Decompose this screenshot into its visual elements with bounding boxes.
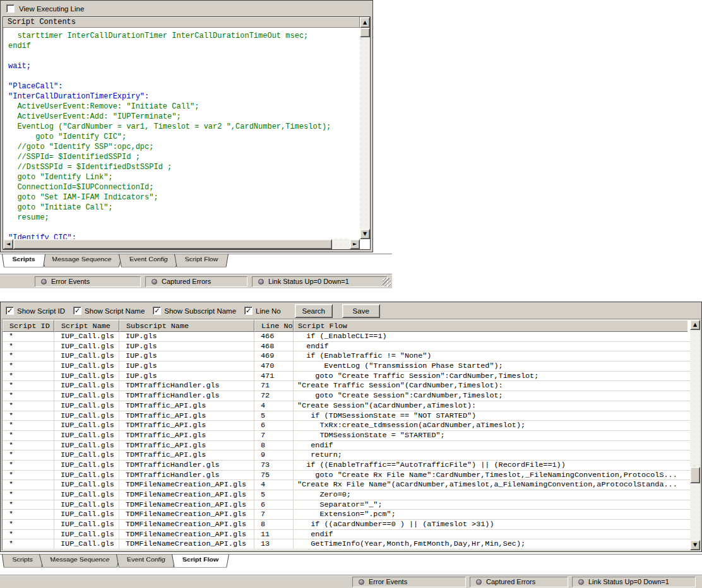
- cell: *: [3, 362, 54, 371]
- bottom-status-bar: Error EventsCaptured ErrorsLink Status U…: [0, 575, 702, 588]
- scroll-right-icon[interactable]: ►: [350, 239, 360, 249]
- cell: endif: [294, 441, 687, 450]
- scroll-down-icon[interactable]: ▼: [690, 540, 700, 550]
- cell: 466: [254, 332, 294, 341]
- scroll-down-icon[interactable]: ▼: [360, 229, 370, 239]
- cell: TDMTrafficHandler.gls: [119, 461, 254, 470]
- table-row[interactable]: *IUP_Call.glsTDMFileNameCreation_API.gls…: [3, 480, 690, 490]
- tab-scripts[interactable]: Scripts: [2, 555, 44, 568]
- column-header-script-name[interactable]: Script Name: [54, 320, 119, 332]
- scroll-left-icon[interactable]: ◄: [3, 239, 13, 249]
- cell: IUP_Call.gls: [54, 342, 119, 351]
- cell: 13: [254, 539, 294, 549]
- column-header-script-id[interactable]: Script ID: [3, 320, 54, 332]
- scroll-thumb[interactable]: [13, 239, 332, 249]
- filter-label: Show Script Name: [85, 307, 145, 315]
- table-row[interactable]: *IUP_Call.glsTDMTrafficHandler.gls71"Cre…: [3, 381, 690, 391]
- table-row[interactable]: *IUP_Call.glsTDMTraffic_API.gls6 TxRx:cr…: [3, 421, 690, 431]
- cell: IUP_Call.gls: [54, 362, 119, 371]
- filter-show-script-id[interactable]: ✓Show Script ID: [6, 307, 65, 315]
- table-row[interactable]: *IUP_Call.glsTDMTraffic_API.gls4"Create …: [3, 401, 690, 411]
- status-led-icon: [258, 279, 264, 285]
- tab-event-config[interactable]: Event Config: [119, 254, 179, 268]
- scroll-up-icon[interactable]: ▲: [360, 17, 370, 28]
- status-panel-captured-errors: Captured Errors: [470, 577, 568, 587]
- view-executing-line-label: View Executing Line: [19, 5, 84, 13]
- tab-message-sequence[interactable]: Message Sequence: [39, 555, 121, 568]
- cell: 11: [254, 530, 294, 539]
- tab-scripts[interactable]: Scripts: [2, 254, 45, 268]
- filter-show-script-name[interactable]: ✓Show Script Name: [73, 307, 145, 315]
- down-arrow-icon: ▼: [363, 232, 367, 237]
- filter-show-subscript-name[interactable]: ✓Show Subscript Name: [153, 307, 236, 315]
- column-header-subscript-name[interactable]: Subscript Name: [119, 320, 254, 332]
- table-row[interactable]: *IUP_Call.glsTDMFileNameCreation_API.gls…: [3, 500, 690, 510]
- table-row[interactable]: *IUP_Call.glsTDMFileNameCreation_API.gls…: [3, 490, 690, 500]
- table-vertical-scrollbar[interactable]: ▲ ▼: [690, 320, 700, 550]
- scroll-track[interactable]: [360, 28, 370, 229]
- code-line: ActiveUserEvent:Add: "IUPTerminate";: [8, 112, 360, 122]
- search-button[interactable]: Search: [295, 304, 333, 318]
- cell: 8: [254, 441, 294, 450]
- scroll-thumb[interactable]: [690, 467, 700, 483]
- table-row[interactable]: *IUP_Call.glsIUP.gls469 if (EnableTraffi…: [3, 351, 690, 362]
- checkbox-icon[interactable]: ✓: [6, 307, 14, 315]
- table-row[interactable]: *IUP_Call.glsIUP.gls466 if (_EnableCLI==…: [3, 332, 690, 342]
- status-label: Link Status Up=0 Down=1: [588, 578, 669, 585]
- table-row[interactable]: *IUP_Call.glsTDMFileNameCreation_API.gls…: [3, 510, 690, 520]
- column-header-line-no[interactable]: Line No: [254, 320, 294, 332]
- status-led-icon: [359, 579, 364, 585]
- resize-grip[interactable]: [383, 278, 391, 286]
- cell: IUP_Call.gls: [54, 520, 119, 529]
- filter-line-no[interactable]: ✓Line No: [244, 307, 281, 315]
- table-header-row: Script IDScript NameSubscript NameLine N…: [3, 320, 690, 332]
- cell: 73: [254, 461, 294, 470]
- table-row[interactable]: *IUP_Call.glsTDMFileNameCreation_API.gls…: [3, 520, 690, 530]
- tab-script-flow[interactable]: Script Flow: [174, 254, 229, 268]
- table-row[interactable]: *IUP_Call.glsTDMTrafficHandler.gls72 got…: [3, 391, 690, 401]
- cell: "Create Session"(aCardNumber,aTimeslot):: [294, 401, 687, 411]
- view-executing-line-checkbox[interactable]: [6, 4, 15, 13]
- cell: TDMFileNameCreation_API.gls: [119, 510, 254, 519]
- cell: endif: [294, 342, 687, 351]
- code-vertical-scrollbar[interactable]: ▲ ▼: [360, 17, 370, 239]
- table-row[interactable]: *IUP_Call.glsTDMFileNameCreation_API.gls…: [3, 539, 690, 550]
- tab-script-flow[interactable]: Script Flow: [172, 555, 229, 568]
- code-horizontal-scrollbar[interactable]: ◄ ►: [3, 239, 360, 249]
- checkbox-icon[interactable]: ✓: [244, 307, 253, 315]
- cell: TDMTrafficHandler.gls: [119, 391, 254, 401]
- cell: goto "Create Rx File Name":CardNumber,Ti…: [294, 471, 687, 480]
- cell: IUP_Call.gls: [54, 401, 119, 411]
- script-contents-header: Script Contents: [3, 17, 360, 28]
- column-header-script-flow[interactable]: Script Flow: [294, 320, 687, 332]
- up-arrow-icon: ▲: [363, 20, 367, 25]
- checkbox-icon[interactable]: ✓: [153, 307, 161, 315]
- table-row[interactable]: *IUP_Call.glsIUP.gls468 endif: [3, 342, 690, 352]
- table-row[interactable]: *IUP_Call.glsTDMTraffic_API.gls5 if (TDM…: [3, 411, 690, 421]
- checkbox-icon[interactable]: ✓: [73, 307, 81, 315]
- save-button[interactable]: Save: [342, 304, 380, 318]
- cell: 71: [254, 381, 294, 391]
- table-row[interactable]: *IUP_Call.glsTDMTraffic_API.gls7 TDMSess…: [3, 431, 690, 441]
- table-row[interactable]: *IUP_Call.glsTDMTraffic_API.gls9 return;: [3, 450, 690, 461]
- screen: View Executing Line Script Contents star…: [0, 0, 702, 588]
- code-line: goto "Set IAM-IFAM Indicators";: [8, 192, 360, 203]
- cell: return;: [294, 450, 687, 460]
- cell: IUP_Call.gls: [54, 351, 119, 361]
- scroll-thumb[interactable]: [360, 28, 370, 37]
- table-row[interactable]: *IUP_Call.glsTDMFileNameCreation_API.gls…: [3, 530, 690, 540]
- tab-message-sequence[interactable]: Message Sequence: [41, 254, 122, 268]
- table-row[interactable]: *IUP_Call.glsTDMTrafficHandler.gls73 if …: [3, 461, 690, 471]
- cell: IUP_Call.gls: [54, 372, 119, 381]
- tab-event-config[interactable]: Event Config: [116, 555, 176, 568]
- cell: 4: [254, 480, 294, 490]
- cell: IUP_Call.gls: [54, 450, 119, 460]
- table-row[interactable]: *IUP_Call.glsTDMTrafficHandler.gls75 got…: [3, 471, 690, 481]
- code-line: "InterCallDurationTimerExpiry":: [8, 91, 360, 102]
- table-row[interactable]: *IUP_Call.glsTDMTraffic_API.gls8 endif: [3, 441, 690, 451]
- table-row[interactable]: *IUP_Call.glsIUP.gls471 goto "Create Tra…: [3, 372, 690, 382]
- table-row[interactable]: *IUP_Call.glsIUP.gls470 EventLog ("Trans…: [3, 362, 690, 372]
- scroll-track[interactable]: [690, 330, 700, 540]
- scroll-up-icon[interactable]: ▲: [690, 320, 700, 330]
- cell: *: [3, 520, 54, 529]
